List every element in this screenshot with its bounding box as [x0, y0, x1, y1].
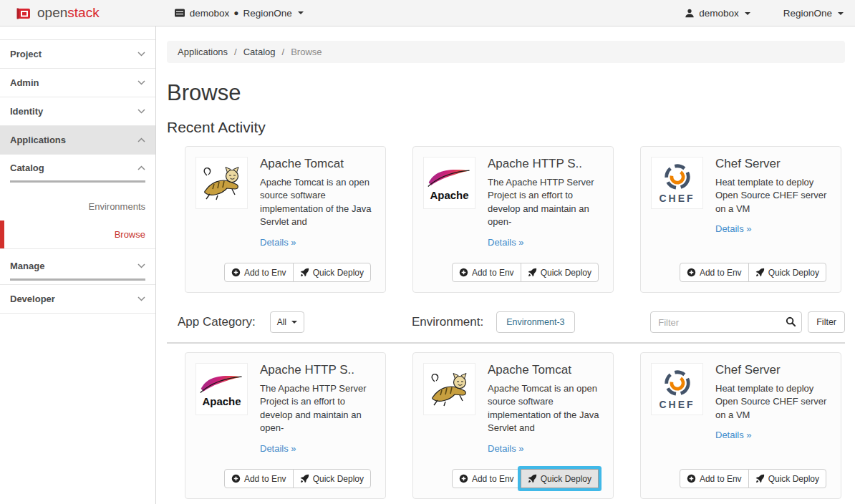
details-link[interactable]: Details »	[715, 430, 752, 440]
chevron-down-icon	[137, 296, 145, 301]
app-title: Apache HTTP S..	[260, 363, 377, 377]
rocket-icon	[755, 268, 765, 277]
sidebar-item-environments[interactable]: Environments	[0, 192, 155, 220]
context-separator: ●	[233, 8, 238, 18]
tomcat-logo	[195, 157, 248, 209]
details-link[interactable]: Details »	[715, 223, 752, 234]
chevron-down-icon	[137, 263, 145, 268]
caret-down-icon	[291, 321, 297, 324]
apache-logo: Apache	[195, 363, 248, 415]
add-to-env-button[interactable]: Add to Env	[452, 469, 521, 488]
apache-logo-text: Apache	[202, 396, 241, 407]
card-actions: Add to Env Quick Deploy	[224, 469, 371, 488]
catalog-cards: Apache Apache HTTP S.. The Apache HTTP S…	[185, 352, 845, 499]
sidebar-group-catalog[interactable]: Catalog	[0, 155, 155, 180]
button-label: Quick Deploy	[541, 268, 591, 278]
details-link[interactable]: Details »	[260, 443, 296, 454]
card-actions: Add to Env Quick Deploy	[224, 263, 371, 282]
plus-circle-icon	[459, 268, 468, 277]
quick-deploy-button[interactable]: Quick Deploy	[748, 263, 826, 282]
app-category-value: All	[277, 317, 286, 327]
rocket-icon	[755, 474, 765, 483]
plus-circle-icon	[687, 474, 696, 483]
logo-text-open: open	[37, 5, 67, 21]
button-label: Quick Deploy	[541, 474, 591, 484]
add-to-env-button[interactable]: Add to Env	[452, 263, 521, 282]
add-to-env-button[interactable]: Add to Env	[680, 469, 749, 488]
rocket-icon	[300, 474, 309, 483]
project-region-switcher[interactable]: demobox ● RegionOne	[174, 7, 304, 19]
filter-input-wrap	[650, 311, 802, 333]
region-menu[interactable]: RegionOne	[783, 8, 844, 19]
topbar: openstack demobox ● RegionOne demobox Re…	[0, 0, 855, 26]
quick-deploy-button[interactable]: Quick Deploy	[521, 263, 599, 282]
card-actions: Add to Env Quick Deploy	[680, 469, 826, 488]
apache-logo: Apache	[423, 157, 475, 209]
user-menu[interactable]: demobox	[685, 8, 750, 19]
details-link[interactable]: Details »	[260, 237, 296, 248]
app-card-apache-http: Apache Apache HTTP S.. The Apache HTTP S…	[412, 146, 614, 293]
quick-deploy-button[interactable]: Quick Deploy	[293, 263, 371, 282]
chevron-down-icon	[137, 52, 145, 57]
breadcrumb: Applications / Catalog / Browse	[167, 41, 845, 63]
chef-logo: CHEF	[651, 157, 703, 209]
caret-down-icon	[838, 12, 844, 15]
sidebar-group-developer[interactable]: Developer	[0, 285, 155, 314]
sidebar-item-admin[interactable]: Admin	[0, 69, 155, 97]
breadcrumb-separator: /	[234, 47, 237, 57]
sidebar-item-label: Environments	[89, 201, 145, 212]
caret-down-icon	[298, 11, 304, 14]
logo-text-stack: stack	[67, 5, 99, 21]
app-category-dropdown[interactable]: All	[270, 311, 304, 333]
chef-logo-text: CHEF	[659, 193, 695, 203]
openstack-logo[interactable]: openstack	[16, 5, 100, 21]
chevron-up-icon	[137, 165, 145, 170]
chevron-up-icon	[137, 137, 145, 142]
details-link[interactable]: Details »	[488, 443, 524, 454]
button-label: Quick Deploy	[768, 268, 819, 278]
sidebar-group-manage[interactable]: Manage	[0, 253, 155, 278]
user-icon	[685, 8, 695, 19]
plus-circle-icon	[231, 474, 241, 483]
sidebar-item-label: Admin	[10, 77, 39, 88]
openstack-cube-icon	[16, 5, 32, 21]
project-list-icon	[174, 7, 185, 19]
rocket-icon	[528, 474, 537, 483]
add-to-env-button[interactable]: Add to Env	[224, 263, 294, 282]
app-title: Apache Tomcat	[488, 363, 605, 377]
app-title: Apache Tomcat	[260, 157, 377, 171]
quick-deploy-button[interactable]: Quick Deploy	[748, 469, 826, 488]
filter-button[interactable]: Filter	[808, 311, 845, 333]
button-label: Add to Env	[244, 474, 286, 484]
breadcrumb-catalog[interactable]: Catalog	[243, 47, 276, 57]
app-category-label: App Category:	[178, 315, 256, 329]
breadcrumb-applications[interactable]: Applications	[178, 47, 228, 57]
quick-deploy-button-highlighted[interactable]: Quick Deploy	[521, 469, 599, 488]
filter-input[interactable]	[650, 311, 802, 333]
sidebar-item-label: Project	[10, 49, 42, 59]
sidebar-item-project[interactable]: Project	[0, 40, 155, 69]
sidebar-item-applications[interactable]: Applications	[0, 126, 155, 155]
add-to-env-button[interactable]: Add to Env	[224, 469, 294, 488]
sidebar-item-identity[interactable]: Identity	[0, 97, 155, 126]
quick-deploy-button[interactable]: Quick Deploy	[293, 469, 371, 488]
recent-activity-cards: Apache Tomcat Apache Tomcat is an open s…	[185, 146, 845, 293]
details-link[interactable]: Details »	[488, 237, 524, 248]
sidebar-item-label: Applications	[10, 135, 66, 145]
app-card-tomcat: Apache Tomcat Apache Tomcat is an open s…	[185, 146, 386, 293]
sidebar-item-browse[interactable]: Browse	[0, 220, 155, 249]
chef-logo: CHEF	[651, 363, 703, 415]
chef-logo-text: CHEF	[659, 399, 695, 410]
card-actions: Add to Env Quick Deploy	[452, 263, 599, 282]
recent-activity-title: Recent Activity	[167, 119, 845, 136]
topbar-right: demobox RegionOne	[685, 0, 844, 26]
sidebar-item-label: Identity	[10, 106, 43, 117]
button-label: Add to Env	[244, 268, 286, 278]
section-divider	[167, 342, 845, 344]
add-to-env-button[interactable]: Add to Env	[680, 263, 749, 282]
chevron-down-icon	[137, 80, 145, 85]
sidebar: Project Admin Identity Applications Cata	[0, 26, 156, 504]
app-card-chef: CHEF Chef Server Heat template to deploy…	[640, 352, 841, 499]
environment-button[interactable]: Environment-3	[496, 311, 574, 333]
app-card-tomcat: Apache Tomcat Apache Tomcat is an open s…	[412, 352, 614, 499]
